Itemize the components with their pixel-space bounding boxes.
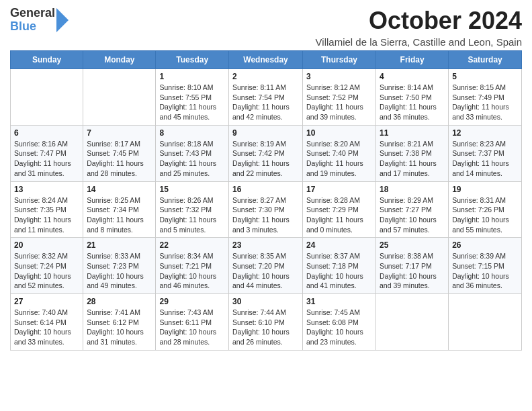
calendar-cell: 10Sunrise: 8:20 AM Sunset: 7:40 PM Dayli… [303, 125, 376, 181]
day-info: Sunrise: 8:38 AM Sunset: 7:17 PM Dayligh… [380, 251, 445, 291]
calendar-cell: 5Sunrise: 8:15 AM Sunset: 7:49 PM Daylig… [449, 69, 522, 126]
day-number: 30 [232, 297, 299, 306]
logo-text: General Blue [10, 7, 55, 34]
day-info: Sunrise: 7:41 AM Sunset: 6:12 PM Dayligh… [87, 308, 152, 347]
day-number: 8 [159, 128, 225, 138]
day-info: Sunrise: 8:12 AM Sunset: 7:52 PM Dayligh… [306, 83, 372, 122]
calendar-cell: 3Sunrise: 8:12 AM Sunset: 7:52 PM Daylig… [303, 69, 376, 126]
day-number: 4 [380, 72, 445, 81]
calendar-day-header: Sunday [11, 51, 83, 69]
calendar-cell: 4Sunrise: 8:14 AM Sunset: 7:50 PM Daylig… [376, 69, 449, 126]
calendar-cell: 12Sunrise: 8:23 AM Sunset: 7:37 PM Dayli… [449, 125, 522, 181]
calendar-cell: 28Sunrise: 7:41 AM Sunset: 6:12 PM Dayli… [83, 294, 156, 351]
day-number: 9 [232, 128, 299, 138]
day-info: Sunrise: 8:32 AM Sunset: 7:24 PM Dayligh… [14, 251, 79, 291]
day-number: 18 [380, 185, 445, 194]
day-info: Sunrise: 8:19 AM Sunset: 7:42 PM Dayligh… [232, 139, 299, 179]
day-info: Sunrise: 8:33 AM Sunset: 7:23 PM Dayligh… [87, 251, 152, 291]
day-number: 11 [380, 128, 445, 138]
day-number: 3 [306, 72, 372, 81]
day-number: 24 [306, 240, 372, 250]
day-number: 2 [232, 72, 299, 81]
day-info: Sunrise: 8:27 AM Sunset: 7:30 PM Dayligh… [232, 195, 299, 235]
calendar-cell: 6Sunrise: 8:16 AM Sunset: 7:47 PM Daylig… [11, 125, 83, 181]
day-number: 17 [306, 185, 372, 194]
day-number: 12 [452, 128, 518, 138]
day-info: Sunrise: 8:26 AM Sunset: 7:32 PM Dayligh… [159, 195, 225, 235]
day-info: Sunrise: 8:24 AM Sunset: 7:35 PM Dayligh… [14, 195, 79, 235]
day-number: 27 [14, 297, 79, 306]
day-number: 25 [380, 240, 445, 250]
day-info: Sunrise: 8:31 AM Sunset: 7:26 PM Dayligh… [452, 195, 518, 235]
day-number: 1 [159, 72, 225, 81]
calendar-cell: 16Sunrise: 8:27 AM Sunset: 7:30 PM Dayli… [229, 181, 303, 238]
calendar-cell [83, 69, 156, 126]
day-info: Sunrise: 8:39 AM Sunset: 7:15 PM Dayligh… [452, 251, 518, 291]
day-info: Sunrise: 8:35 AM Sunset: 7:20 PM Dayligh… [232, 251, 299, 291]
day-info: Sunrise: 8:21 AM Sunset: 7:38 PM Dayligh… [380, 139, 445, 179]
day-number: 26 [452, 240, 518, 250]
calendar-cell: 20Sunrise: 8:32 AM Sunset: 7:24 PM Dayli… [11, 238, 83, 294]
calendar-cell: 18Sunrise: 8:29 AM Sunset: 7:27 PM Dayli… [376, 181, 449, 238]
day-number: 10 [306, 128, 372, 138]
calendar-week-row: 6Sunrise: 8:16 AM Sunset: 7:47 PM Daylig… [11, 125, 522, 181]
calendar-cell [11, 69, 83, 126]
day-info: Sunrise: 8:34 AM Sunset: 7:21 PM Dayligh… [159, 251, 225, 291]
calendar-cell: 7Sunrise: 8:17 AM Sunset: 7:45 PM Daylig… [83, 125, 156, 181]
calendar-cell: 27Sunrise: 7:40 AM Sunset: 6:14 PM Dayli… [11, 294, 83, 351]
calendar-cell [376, 294, 449, 351]
title-area: October 2024 Villamiel de la Sierra, Cas… [316, 7, 522, 48]
calendar-cell: 31Sunrise: 7:45 AM Sunset: 6:08 PM Dayli… [303, 294, 376, 351]
day-number: 5 [452, 72, 518, 81]
calendar-day-header: Tuesday [156, 51, 229, 69]
calendar-cell: 11Sunrise: 8:21 AM Sunset: 7:38 PM Dayli… [376, 125, 449, 181]
logo-general: General [10, 7, 55, 20]
svg-marker-0 [56, 8, 69, 32]
day-number: 21 [87, 240, 152, 250]
day-info: Sunrise: 7:40 AM Sunset: 6:14 PM Dayligh… [14, 308, 79, 347]
day-number: 15 [159, 185, 225, 194]
day-info: Sunrise: 8:17 AM Sunset: 7:45 PM Dayligh… [87, 139, 152, 179]
calendar-cell: 13Sunrise: 8:24 AM Sunset: 7:35 PM Dayli… [11, 181, 83, 238]
calendar-cell: 8Sunrise: 8:18 AM Sunset: 7:43 PM Daylig… [156, 125, 229, 181]
day-info: Sunrise: 8:10 AM Sunset: 7:55 PM Dayligh… [159, 83, 225, 122]
calendar-cell: 29Sunrise: 7:43 AM Sunset: 6:11 PM Dayli… [156, 294, 229, 351]
calendar-week-row: 27Sunrise: 7:40 AM Sunset: 6:14 PM Dayli… [11, 294, 522, 351]
day-info: Sunrise: 8:14 AM Sunset: 7:50 PM Dayligh… [380, 83, 445, 122]
location-title: Villamiel de la Sierra, Castille and Leo… [316, 36, 522, 48]
calendar-cell: 30Sunrise: 7:44 AM Sunset: 6:10 PM Dayli… [229, 294, 303, 351]
day-number: 6 [14, 128, 79, 138]
day-info: Sunrise: 8:29 AM Sunset: 7:27 PM Dayligh… [380, 195, 445, 235]
day-info: Sunrise: 7:44 AM Sunset: 6:10 PM Dayligh… [232, 308, 299, 347]
calendar-cell: 21Sunrise: 8:33 AM Sunset: 7:23 PM Dayli… [83, 238, 156, 294]
calendar-week-row: 1Sunrise: 8:10 AM Sunset: 7:55 PM Daylig… [11, 69, 522, 126]
day-info: Sunrise: 8:28 AM Sunset: 7:29 PM Dayligh… [306, 195, 372, 235]
calendar-header-row: SundayMondayTuesdayWednesdayThursdayFrid… [11, 51, 522, 69]
day-info: Sunrise: 8:37 AM Sunset: 7:18 PM Dayligh… [306, 251, 372, 291]
calendar-cell: 26Sunrise: 8:39 AM Sunset: 7:15 PM Dayli… [449, 238, 522, 294]
day-info: Sunrise: 8:23 AM Sunset: 7:37 PM Dayligh… [452, 139, 518, 179]
day-number: 14 [87, 185, 152, 194]
day-number: 16 [232, 185, 299, 194]
calendar-cell: 1Sunrise: 8:10 AM Sunset: 7:55 PM Daylig… [156, 69, 229, 126]
calendar-week-row: 13Sunrise: 8:24 AM Sunset: 7:35 PM Dayli… [11, 181, 522, 238]
day-number: 31 [306, 297, 372, 306]
day-number: 28 [87, 297, 152, 306]
day-info: Sunrise: 7:45 AM Sunset: 6:08 PM Dayligh… [306, 308, 372, 347]
logo: General Blue [10, 7, 69, 34]
calendar-cell: 15Sunrise: 8:26 AM Sunset: 7:32 PM Dayli… [156, 181, 229, 238]
calendar-cell [449, 294, 522, 351]
day-number: 19 [452, 185, 518, 194]
calendar-day-header: Thursday [303, 51, 376, 69]
calendar-cell: 14Sunrise: 8:25 AM Sunset: 7:34 PM Dayli… [83, 181, 156, 238]
day-number: 20 [14, 240, 79, 250]
page-header: General Blue October 2024 Villamiel de l… [10, 7, 522, 48]
day-number: 13 [14, 185, 79, 194]
calendar-cell: 22Sunrise: 8:34 AM Sunset: 7:21 PM Dayli… [156, 238, 229, 294]
day-info: Sunrise: 8:25 AM Sunset: 7:34 PM Dayligh… [87, 195, 152, 235]
day-number: 23 [232, 240, 299, 250]
calendar-day-header: Saturday [449, 51, 522, 69]
calendar-cell: 17Sunrise: 8:28 AM Sunset: 7:29 PM Dayli… [303, 181, 376, 238]
day-info: Sunrise: 8:11 AM Sunset: 7:54 PM Dayligh… [232, 83, 299, 122]
day-info: Sunrise: 8:15 AM Sunset: 7:49 PM Dayligh… [452, 83, 518, 122]
